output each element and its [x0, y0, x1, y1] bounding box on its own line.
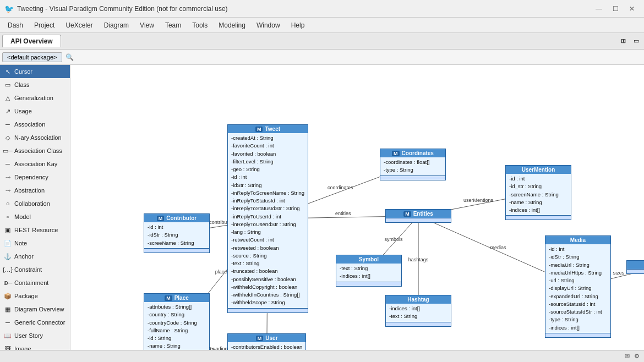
sidebar-item-abstraction[interactable]: ⤑Abstraction — [0, 184, 70, 197]
nary-icon: ◇ — [3, 133, 12, 142]
menu-item-team[interactable]: Team — [160, 19, 187, 31]
class-header-contributor: MContributor — [144, 214, 209, 222]
sidebar-item-user-story[interactable]: 📖User Story — [0, 329, 70, 342]
package-icon: 📦 — [3, 292, 12, 300]
sidebar-item-generalization[interactable]: △Generalization — [0, 91, 70, 105]
canvas-area[interactable]: coordinates1entities1contributors*places… — [70, 65, 644, 350]
uml-class-symbol[interactable]: Symbol-text : String-indices : int[] — [336, 255, 402, 287]
sidebar-item-usage[interactable]: ↗Usage — [0, 105, 70, 118]
menu-item-diagram[interactable]: Diagram — [99, 19, 134, 31]
class-attr: -retweetCount : int — [231, 236, 304, 244]
sidebar-item-containment[interactable]: ⊕─Containment — [0, 276, 70, 289]
class-attr: -id : int — [549, 245, 607, 253]
class-attr: -inReplyToUserIdStr : String — [231, 221, 304, 228]
class-header-symbol: Symbol — [336, 255, 401, 264]
search-icon[interactable]: 🔍 — [64, 52, 75, 63]
constraint-icon: {…} — [3, 265, 12, 274]
class-attr: -idStr : String — [148, 231, 206, 239]
uml-class-place[interactable]: MPlace-attributes : String[]-country : S… — [144, 293, 210, 350]
class-attr: -text : String — [340, 265, 398, 272]
menu-item-window[interactable]: Window — [251, 19, 286, 31]
class-name-hashtag: Hashtag — [407, 297, 429, 303]
sidebar-item-image[interactable]: 🖼Image — [0, 342, 70, 350]
class-footer-symbol — [336, 282, 401, 286]
uml-class-entities[interactable]: MEntities — [385, 209, 451, 223]
usage-icon: ↗ — [3, 107, 12, 116]
grid-icon[interactable]: ⊞ — [618, 36, 629, 47]
class-header-entities: MEntities — [386, 210, 451, 218]
svg-text:medias: medias — [490, 245, 506, 250]
minimize-button[interactable]: — — [591, 3, 607, 15]
uml-class-usermention[interactable]: UserMention-id : int-id_str : String-scr… — [505, 165, 571, 220]
sidebar-item-nary-association[interactable]: ◇N-ary Association — [0, 131, 70, 144]
sidebar-item-note[interactable]: 📄Note — [0, 237, 70, 250]
menu-item-dash[interactable]: Dash — [2, 19, 29, 31]
sidebar-label-nary-association: N-ary Association — [14, 134, 62, 141]
class-attr: -country : String — [148, 311, 206, 319]
sidebar-item-collaboration[interactable]: ○Collaboration — [0, 197, 70, 210]
close-button[interactable]: ✕ — [624, 3, 640, 15]
email-icon[interactable]: ✉ — [625, 353, 630, 360]
sidebar-item-cursor[interactable]: ↖Cursor — [0, 65, 70, 78]
sidebar-item-association-class[interactable]: ▭─Association Class — [0, 144, 70, 157]
uml-class-contributor[interactable]: MContributor-id : int-idStr : String-scr… — [144, 213, 210, 253]
sidebar-label-generic-connector: Generic Connector — [14, 319, 65, 326]
class-header-user: MUser — [228, 334, 305, 342]
sidebar-item-anchor[interactable]: ⚓Anchor — [0, 250, 70, 263]
menu-item-uexceler[interactable]: UeXceler — [60, 19, 98, 31]
tabbar: API Overview ⊞ ▭ — [0, 33, 644, 50]
class-attr: -countryCode : String — [148, 319, 206, 327]
sidebar-item-association-kay[interactable]: ─Association Kay — [0, 157, 70, 171]
sidebar-item-diagram-overview[interactable]: ▦Diagram Overview — [0, 303, 70, 316]
uml-class-user[interactable]: MUser-contributorsEnabled : boolean-crea… — [227, 333, 306, 350]
main-layout: ↖Cursor▭Class△Generalization↗Usage─Assoc… — [0, 65, 644, 350]
panel-icon[interactable]: ▭ — [631, 36, 642, 47]
menu-item-tools[interactable]: Tools — [187, 19, 213, 31]
uml-class-tweet[interactable]: MTweet-createdAt : String-favoriteCount … — [227, 124, 308, 313]
class-name-place: Place — [174, 295, 189, 301]
class-attr: -mediaUrlHttps : String — [549, 269, 607, 277]
sidebar-item-package[interactable]: 📦Package — [0, 289, 70, 303]
settings-icon[interactable]: ⚙ — [634, 353, 640, 360]
class-attr: -displayUrl : String — [549, 284, 607, 292]
maximize-button[interactable]: ☐ — [608, 3, 623, 15]
uml-class-size[interactable]: Size — [626, 260, 644, 274]
sidebar-label-generalization: Generalization — [14, 95, 53, 101]
class-attr: -truncated : boolean — [231, 267, 304, 275]
tab-api-overview[interactable]: API Overview — [2, 35, 61, 47]
menu-item-modeling[interactable]: Modeling — [213, 19, 251, 31]
canvas: coordinates1entities1contributors*places… — [70, 65, 644, 350]
sidebar-item-rest-resource[interactable]: ▣REST Resource — [0, 223, 70, 237]
menu-item-help[interactable]: Help — [286, 19, 310, 31]
class-attr: -indices : int[] — [340, 272, 398, 280]
sidebar-item-model[interactable]: ▫Model — [0, 210, 70, 223]
model-icon: ▫ — [3, 212, 12, 221]
sidebar-label-association: Association — [14, 121, 45, 128]
window-controls: — ☐ ✕ — [591, 3, 640, 15]
class-name-coordinates: Coordinates — [402, 150, 434, 156]
sidebar-item-constraint[interactable]: {…}Constraint — [0, 263, 70, 276]
note-icon: 📄 — [3, 239, 12, 248]
class-attr: -withheldInCountries : String[] — [231, 291, 304, 299]
sidebar-item-class[interactable]: ▭Class — [0, 78, 70, 91]
assockey-icon: ─ — [3, 160, 12, 168]
class-attr: -geo : String — [231, 166, 304, 173]
menu-item-view[interactable]: View — [134, 19, 160, 31]
menu-item-project[interactable]: Project — [29, 19, 60, 31]
package-label[interactable]: <default package> — [2, 52, 62, 62]
uml-class-media[interactable]: Media-id : int-idStr : String-mediaUrl :… — [545, 235, 611, 338]
sidebar-item-association[interactable]: ─Association — [0, 118, 70, 131]
statusbar: ✉ ⚙ — [0, 350, 644, 362]
abs-icon: ⤑ — [3, 186, 12, 195]
sidebar: ↖Cursor▭Class△Generalization↗Usage─Assoc… — [0, 65, 70, 350]
class-attr: -id : String — [148, 334, 206, 342]
menubar: DashProjectUeXcelerDiagramViewTeamToolsM… — [0, 18, 644, 33]
class-body-media: -id : int-idStr : String-mediaUrl : Stri… — [545, 244, 610, 333]
class-name-entities: Entities — [413, 211, 433, 217]
sidebar-item-generic-connector[interactable]: ─Generic Connector — [0, 316, 70, 329]
sidebar-label-cursor: Cursor — [14, 68, 32, 75]
uml-class-hashtag[interactable]: Hashtag-indices : int[]-text : String — [385, 295, 451, 327]
sidebar-item-dependency[interactable]: ⤑Dependency — [0, 171, 70, 184]
class-body-hashtag: -indices : int[]-text : String — [386, 304, 451, 322]
uml-class-coordinates[interactable]: MCoordinates-coordinates : float[]-type … — [380, 149, 446, 180]
